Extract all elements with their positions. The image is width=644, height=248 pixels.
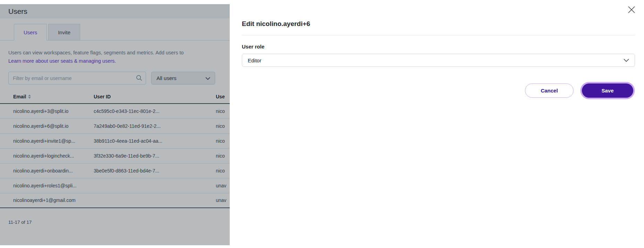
chevron-down-icon [624, 57, 629, 63]
edit-user-modal: Edit nicolino.ayerdi+6 User role Editor … [230, 0, 644, 248]
save-button[interactable]: Save [582, 83, 633, 98]
close-icon[interactable] [626, 5, 637, 15]
modal-actions: Cancel Save [242, 83, 635, 98]
cancel-button[interactable]: Cancel [525, 83, 574, 98]
divider [242, 35, 635, 35]
user-role-value: Editor [248, 57, 261, 63]
modal-title: Edit nicolino.ayerdi+6 [242, 20, 635, 28]
user-role-select[interactable]: Editor [242, 54, 635, 67]
modal-backdrop[interactable] [0, 4, 230, 245]
user-role-label: User role [242, 44, 635, 50]
